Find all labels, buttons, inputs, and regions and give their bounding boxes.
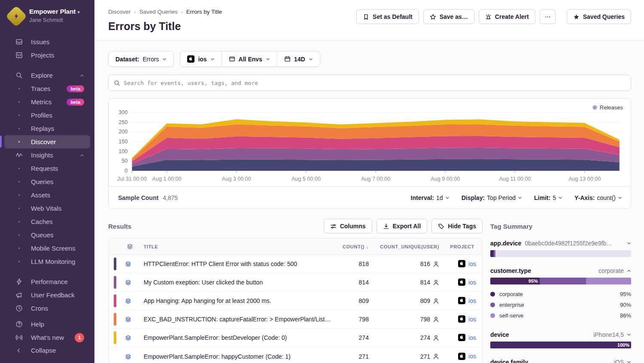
sidebar-item-user-feedback[interactable]: User Feedback xyxy=(4,288,90,302)
dataset-selector[interactable]: Dataset: Errors xyxy=(108,51,174,67)
search-input[interactable] xyxy=(124,80,626,86)
button-label: Saved Queries xyxy=(583,13,625,20)
project-link[interactable]: ios xyxy=(458,260,476,267)
row-title[interactable]: EmpowerPlant.SampleError: happyCustomer … xyxy=(138,347,336,363)
sidebar-item-web-vitals[interactable]: Web Vitals xyxy=(4,202,90,215)
project-filter[interactable]: ios xyxy=(180,51,221,67)
sidebar-item-queues[interactable]: Queues xyxy=(4,228,90,242)
tag-segment-percent: 100% xyxy=(617,342,629,348)
project-link[interactable]: ios xyxy=(458,297,476,304)
sidebar-item-what-s-new[interactable]: What's new1 xyxy=(4,331,90,344)
color-dot-icon xyxy=(490,313,495,318)
tag-header[interactable]: customer.typecorporate xyxy=(490,267,631,274)
sidebar-item-label: Queries xyxy=(31,178,54,185)
tag-segment-percent: 95% xyxy=(529,278,538,284)
sidebar-item-queries[interactable]: Queries xyxy=(4,175,90,188)
environment-filter[interactable]: All Envs xyxy=(222,51,277,67)
layers-icon[interactable] xyxy=(125,316,131,323)
more-options-button[interactable] xyxy=(540,9,556,24)
sidebar-item-llm-monitoring[interactable]: LLM Monitoring xyxy=(4,255,90,268)
sidebar-item-label: Issues xyxy=(31,38,49,45)
project-link[interactable]: ios xyxy=(458,334,476,341)
tag-header[interactable]: app.device0baebc0de4982f1255f2e9e9fb7… xyxy=(490,240,631,247)
sidebar-item-metrics[interactable]: Metricsbeta xyxy=(4,95,90,109)
tag-value-item[interactable]: self-serve 86% xyxy=(490,310,631,321)
sidebar-item-profiles[interactable]: Profiles xyxy=(4,109,90,122)
y-axis-selector[interactable]: Y-Axis: count() xyxy=(574,194,622,201)
project-link[interactable]: ios xyxy=(458,278,476,286)
header-actions: Set as DefaultSave as…Create AlertSaved … xyxy=(356,9,631,24)
chart-panel: Releases Jul 31 00:00Aug 1 00:00Aug 3 00… xyxy=(108,98,631,209)
sidebar-item-discover[interactable]: Discover xyxy=(4,135,90,148)
layers-icon[interactable] xyxy=(125,261,131,267)
sidebar-item-projects[interactable]: Projects xyxy=(4,48,90,62)
layers-icon[interactable] xyxy=(125,298,131,304)
person-icon xyxy=(433,335,439,341)
row-title[interactable]: EmpowerPlant.SampleError: bestDeveloper … xyxy=(138,329,336,347)
search-bar[interactable] xyxy=(108,75,631,91)
apple-icon xyxy=(458,334,465,341)
column-header-title[interactable]: TITLE xyxy=(138,239,336,255)
sidebar-item-label: Metrics xyxy=(31,98,52,106)
layers-icon[interactable] xyxy=(125,279,131,286)
main-area: Discover›Saved Queries›Errors by Title E… xyxy=(94,0,644,363)
series-color-bar xyxy=(114,257,116,270)
row-title[interactable]: HTTPClientError: HTTP Client Error with … xyxy=(138,255,336,273)
column-header-count[interactable]: COUNT() ↓ xyxy=(336,239,374,255)
sidebar-item-label: Explore xyxy=(31,72,53,79)
events-area-chart[interactable]: Jul 31 00:00Aug 1 00:00Aug 3 00:00Aug 5 … xyxy=(109,99,631,186)
chevron-down-icon xyxy=(210,57,215,61)
sidebar-item-issues[interactable]: Issues xyxy=(4,35,90,48)
sidebar-item-insights[interactable]: Insights xyxy=(4,148,90,162)
tag-block-device: deviceiPhone14,5100% xyxy=(490,331,631,348)
releases-legend-toggle[interactable]: Releases xyxy=(593,104,623,111)
project-link[interactable]: ios xyxy=(458,353,476,360)
sidebar-item-performance[interactable]: Performance xyxy=(4,275,90,288)
tag-distribution-bar[interactable]: 95% xyxy=(490,278,631,284)
sidebar-item-requests[interactable]: Requests xyxy=(4,162,90,175)
column-header-project[interactable]: PROJECT xyxy=(444,239,482,255)
tag-value-label: enterprise xyxy=(499,302,524,308)
color-dot-icon xyxy=(490,292,495,296)
breadcrumb-discover[interactable]: Discover xyxy=(108,9,131,15)
display-selector[interactable]: Display: Top Period xyxy=(462,194,522,201)
tag-header[interactable]: device.familyiOS xyxy=(490,359,631,363)
sidebar-item-assets[interactable]: Assets xyxy=(4,188,90,202)
sidebar-item-help[interactable]: Help xyxy=(4,318,90,331)
sidebar-item-collapse[interactable]: Collapse xyxy=(4,344,90,357)
sidebar-item-label: Web Vitals xyxy=(31,205,61,212)
tag-distribution-bar[interactable]: 100% xyxy=(490,342,631,348)
row-title[interactable]: App Hanging: App hanging for at least 20… xyxy=(138,292,336,310)
tag-value-label: self-serve xyxy=(499,312,523,319)
tag-header[interactable]: deviceiPhone14,5 xyxy=(490,331,631,338)
sidebar-item-caches[interactable]: Caches xyxy=(4,215,90,228)
create-alert-button[interactable]: Create Alert xyxy=(479,9,535,24)
tag-value-item[interactable]: corporate 95% xyxy=(490,289,631,299)
columns-button[interactable]: Columns xyxy=(324,219,372,233)
org-switcher[interactable]: Empower Plant▾ Jane Schmidt xyxy=(0,6,94,30)
sidebar-item-crons[interactable]: Crons xyxy=(4,302,90,315)
interval-selector[interactable]: Interval: 1d xyxy=(411,194,450,201)
sidebar-item-explore[interactable]: Explore xyxy=(4,69,90,82)
layers-icon[interactable] xyxy=(125,354,131,360)
date-range-filter[interactable]: 14D xyxy=(277,51,320,67)
sidebar-item-mobile-screens[interactable]: Mobile Screens xyxy=(4,242,90,255)
column-header-count-unique[interactable]: COUNT_UNIQUE(USER) xyxy=(374,239,444,255)
sidebar-item-replays[interactable]: Replays xyxy=(4,122,90,135)
tag-distribution-bar[interactable] xyxy=(490,250,631,257)
breadcrumb-saved-queries[interactable]: Saved Queries xyxy=(140,9,178,15)
hide-tags-button[interactable]: Hide Tags xyxy=(431,219,483,233)
row-title[interactable]: EXC_BAD_INSTRUCTION: captureFatalError: … xyxy=(138,310,336,329)
save-as-button[interactable]: Save as… xyxy=(423,9,474,24)
row-title[interactable]: My Custom exeption: User clicked the but… xyxy=(138,273,336,292)
tag-value-item[interactable]: enterprise 90% xyxy=(490,299,631,310)
export-all-button[interactable]: Export All xyxy=(377,219,428,233)
layers-icon xyxy=(127,243,133,250)
set-as-default-button[interactable]: Set as Default xyxy=(356,9,419,24)
project-link[interactable]: ios xyxy=(458,315,476,323)
tag-value-percent: 95% xyxy=(620,291,631,297)
sidebar-item-traces[interactable]: Tracesbeta xyxy=(4,82,90,95)
saved-queries-button[interactable]: Saved Queries xyxy=(567,9,631,24)
limit-selector[interactable]: Limit: 5 xyxy=(534,194,562,201)
layers-icon[interactable] xyxy=(125,335,131,341)
